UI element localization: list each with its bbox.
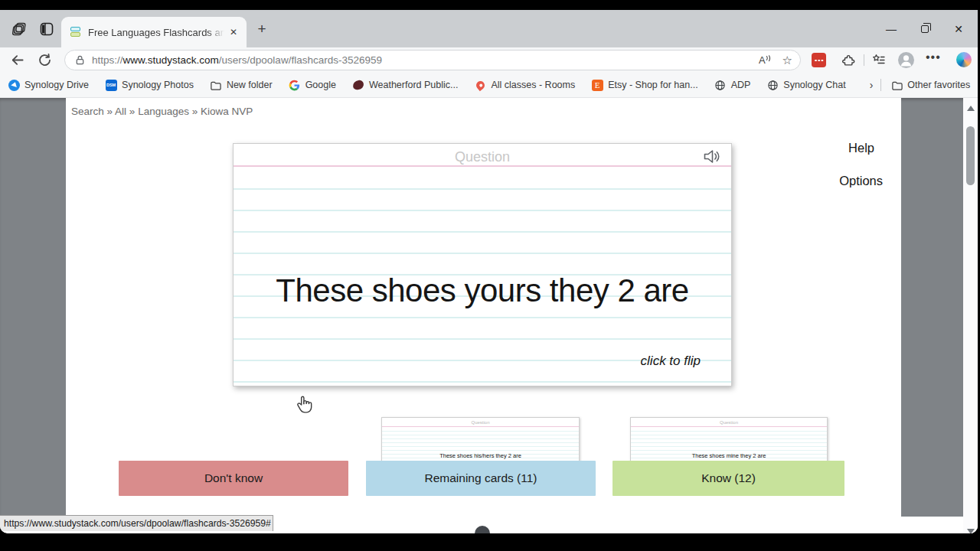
folder-icon bbox=[210, 79, 222, 91]
click-to-flip-hint: click to flip bbox=[641, 354, 701, 369]
weatherford-eagle-icon bbox=[352, 79, 364, 91]
status-url-text: https://www.studystack.com/users/dpoolaw… bbox=[0, 518, 271, 529]
page-content: Search » All » Languages » Kiowa NVP Hel… bbox=[66, 98, 901, 517]
refresh-icon[interactable] bbox=[38, 53, 52, 67]
favorite-star-icon[interactable]: ☆ bbox=[782, 54, 792, 66]
flashcard[interactable]: Question These shoes yours they 2 are cl… bbox=[233, 143, 732, 386]
other-favorites-button[interactable]: Other favorites bbox=[890, 79, 970, 91]
folder-icon bbox=[890, 79, 903, 91]
globe-icon bbox=[714, 79, 727, 91]
bookmark-etsy[interactable]: E Etsy - Shop for han... bbox=[591, 79, 697, 91]
bookmark-google[interactable]: Google bbox=[289, 79, 336, 91]
dont-know-button[interactable]: Don't know bbox=[119, 461, 348, 496]
preview-card-text: These shoes mine they 2 are bbox=[631, 452, 827, 459]
bookmark-adp[interactable]: ADP bbox=[714, 79, 751, 91]
close-button[interactable]: ✕ bbox=[947, 19, 970, 39]
back-icon[interactable] bbox=[10, 53, 24, 67]
address-bar[interactable]: https://www.studystack.com/users/dpoolaw… bbox=[64, 50, 801, 70]
favorites-hub-icon[interactable] bbox=[871, 53, 886, 67]
page-background: Search » All » Languages » Kiowa NVP Hel… bbox=[0, 98, 978, 517]
bookmarks-overflow-chevron-icon[interactable]: › bbox=[862, 79, 881, 91]
tab-close-icon[interactable]: ✕ bbox=[227, 25, 240, 39]
bookmark-synology-photos[interactable]: DSM Synology Photos bbox=[105, 79, 194, 91]
settings-menu-icon[interactable]: ••• bbox=[926, 51, 941, 64]
flashcard-side-label: Question bbox=[234, 144, 731, 165]
page-footer-widget-top bbox=[475, 526, 490, 533]
password-extension-icon[interactable] bbox=[812, 53, 826, 67]
speaker-icon[interactable] bbox=[701, 146, 722, 167]
hand-cursor bbox=[295, 393, 315, 415]
browser-window: Free Languages Flashcards and St ✕ + — ✕ bbox=[0, 10, 978, 533]
top-black-bar bbox=[0, 0, 980, 10]
preview-card-label: Question bbox=[631, 418, 827, 425]
preview-card-label: Question bbox=[382, 418, 579, 425]
extensions-puzzle-icon[interactable] bbox=[841, 53, 855, 67]
globe-icon bbox=[766, 79, 779, 91]
studystack-favicon bbox=[70, 26, 82, 38]
bookmarks-bar: Synology Drive DSM Synology Photos New f… bbox=[0, 73, 978, 98]
bookmark-all-classes[interactable]: All classes - Rooms bbox=[474, 79, 575, 91]
google-g-icon bbox=[289, 79, 301, 91]
vertical-scrollbar[interactable] bbox=[963, 98, 978, 533]
flashcard-question-text: These shoes yours they 2 are bbox=[234, 272, 731, 309]
read-aloud-icon[interactable]: A bbox=[759, 55, 772, 65]
new-tab-button[interactable]: + bbox=[253, 21, 270, 37]
bookmark-new-folder[interactable]: New folder bbox=[210, 79, 273, 91]
breadcrumb[interactable]: Search » All » Languages » Kiowa NVP bbox=[71, 106, 253, 117]
bookmark-synology-drive[interactable]: Synology Drive bbox=[8, 79, 89, 91]
options-link[interactable]: Options bbox=[839, 174, 883, 188]
synology-drive-icon bbox=[8, 79, 20, 91]
toolbar-divider bbox=[864, 54, 864, 66]
help-link[interactable]: Help bbox=[848, 141, 874, 155]
know-button[interactable]: Know (12) bbox=[612, 461, 844, 496]
url-text: https://www.studystack.com/users/dpoolaw… bbox=[92, 54, 382, 66]
know-pile-preview-card: Question These shoes mine they 2 are bbox=[630, 417, 828, 465]
scroll-up-arrow-icon[interactable] bbox=[967, 106, 975, 111]
tab-free-languages-flashcards[interactable]: Free Languages Flashcards and St ✕ bbox=[61, 17, 247, 47]
bottom-black-bar bbox=[0, 533, 980, 551]
bookmarks-divider bbox=[880, 79, 881, 91]
dsm-badge-icon: DSM bbox=[105, 79, 117, 91]
copilot-icon[interactable] bbox=[956, 52, 972, 67]
restore-button[interactable] bbox=[913, 19, 936, 39]
tab-title: Free Languages Flashcards and St bbox=[88, 27, 224, 38]
window-controls: — ✕ bbox=[880, 10, 970, 47]
status-url-tooltip: https://www.studystack.com/users/dpoolaw… bbox=[0, 515, 273, 531]
navigation-toolbar: https://www.studystack.com/users/dpoolaw… bbox=[0, 47, 978, 73]
map-pin-icon bbox=[474, 79, 486, 91]
remaining-pile-preview-card: Question These shoes his/hers they 2 are bbox=[381, 417, 580, 465]
remaining-cards-button[interactable]: Remaining cards (11) bbox=[366, 461, 596, 496]
tab-strip: Free Languages Flashcards and St ✕ + — ✕ bbox=[0, 10, 978, 47]
flashcard-ruled-area: These shoes yours they 2 are click to fl… bbox=[234, 168, 731, 386]
lock-icon bbox=[74, 54, 86, 66]
preview-card-text: These shoes his/hers they 2 are bbox=[382, 452, 579, 459]
tab-actions-icon[interactable] bbox=[39, 21, 54, 37]
flashcard-header: Question bbox=[234, 144, 731, 167]
etsy-badge-icon: E bbox=[591, 79, 603, 91]
scrollbar-thumb[interactable] bbox=[966, 126, 975, 185]
minimize-button[interactable]: — bbox=[880, 19, 903, 39]
workspaces-icon[interactable] bbox=[12, 21, 28, 37]
screen: Free Languages Flashcards and St ✕ + — ✕ bbox=[0, 0, 980, 551]
bookmark-weatherford[interactable]: Weatherford Public... bbox=[352, 79, 459, 91]
bookmark-synology-chat[interactable]: Synology Chat bbox=[766, 79, 845, 91]
profile-avatar[interactable] bbox=[898, 52, 914, 68]
